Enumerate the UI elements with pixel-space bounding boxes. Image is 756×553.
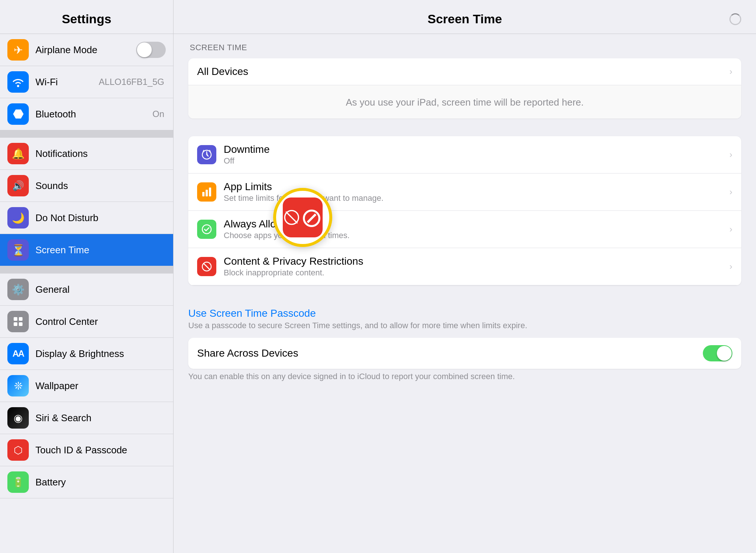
bluetooth-label: Bluetooth (35, 109, 152, 120)
no-symbol-icon (283, 198, 323, 237)
downtime-icon (197, 145, 216, 164)
sidebar-item-wifi[interactable]: Wi-Fi ALLO16FB1_5G (0, 66, 173, 98)
sidebar-item-touch-id[interactable]: ⬡ Touch ID & Passcode (0, 434, 173, 466)
bluetooth-value: On (152, 109, 164, 119)
touch-id-label: Touch ID & Passcode (35, 444, 166, 456)
sidebar-item-siri[interactable]: ◉ Siri & Search (0, 402, 173, 434)
siri-label: Siri & Search (35, 412, 166, 424)
sidebar-item-do-not-disturb[interactable]: 🌙 Do Not Disturb (0, 202, 173, 234)
screen-time-label: Screen Time (35, 244, 166, 256)
section-label: SCREEN TIME (188, 43, 247, 52)
content-privacy-chevron: › (729, 261, 732, 272)
svg-rect-6 (206, 190, 208, 196)
bluetooth-icon: ⬣ (7, 103, 29, 125)
share-across-desc: You can enable this on any device signed… (188, 372, 741, 381)
main-panel: Screen Time SCREEN TIME All Devices › As… (173, 0, 756, 553)
svg-rect-2 (14, 322, 17, 326)
general-label: General (35, 284, 166, 295)
wallpaper-label: Wallpaper (35, 380, 166, 392)
wifi-value: ALLO16FB1_5G (99, 77, 164, 87)
display-brightness-label: Display & Brightness (35, 348, 166, 360)
svg-rect-5 (202, 192, 205, 196)
sidebar-item-general[interactable]: ⚙️ General (0, 274, 173, 306)
screen-time-icon: ⏳ (7, 239, 29, 261)
passcode-link[interactable]: Use Screen Time Passcode (188, 303, 741, 321)
svg-line-10 (204, 264, 210, 269)
sidebar: Settings ✈ Airplane Mode Wi-Fi ALLO16FB1… (0, 0, 173, 553)
svg-rect-7 (209, 188, 211, 196)
all-devices-label: All Devices (197, 66, 725, 78)
downtime-item[interactable]: Downtime Off › (188, 136, 741, 174)
sidebar-item-battery[interactable]: 🔋 Battery (0, 466, 173, 498)
display-brightness-icon: AA (7, 343, 29, 364)
touch-id-icon: ⬡ (7, 439, 29, 461)
share-across-card: Share Across Devices (188, 338, 741, 369)
sidebar-item-display-brightness[interactable]: AA Display & Brightness (0, 338, 173, 370)
wifi-icon (7, 71, 29, 93)
all-devices-item[interactable]: All Devices › (188, 58, 741, 85)
notifications-label: Notifications (35, 148, 166, 159)
control-center-icon (7, 311, 29, 332)
airplane-mode-label: Airplane Mode (35, 44, 136, 56)
gear-icon[interactable] (729, 13, 741, 25)
always-allowed-item[interactable]: Always Allowed Choose apps you want at a… (188, 211, 741, 248)
sidebar-item-airplane-mode[interactable]: ✈ Airplane Mode (0, 34, 173, 66)
section-header: SCREEN TIME (188, 43, 741, 55)
content-privacy-item[interactable]: Content & Privacy Restrictions Block ina… (188, 248, 741, 285)
info-text: As you use your iPad, screen time will b… (346, 97, 584, 108)
content-privacy-icon (197, 257, 216, 276)
always-allowed-icon (197, 220, 216, 239)
control-center-label: Control Center (35, 316, 166, 327)
battery-icon: 🔋 (7, 471, 29, 493)
wifi-label: Wi-Fi (35, 76, 99, 88)
share-across-label: Share Across Devices (197, 347, 698, 359)
do-not-disturb-icon: 🌙 (7, 207, 29, 229)
sidebar-item-notifications[interactable]: 🔔 Notifications (0, 138, 173, 170)
sounds-icon: 🔊 (7, 175, 29, 196)
passcode-desc: Use a passcode to secure Screen Time set… (188, 321, 741, 330)
content-privacy-value: Block inappropriate content. (224, 268, 725, 278)
general-icon: ⚙️ (7, 279, 29, 300)
sidebar-item-bluetooth[interactable]: ⬣ Bluetooth On (0, 98, 173, 130)
app-limits-chevron: › (729, 187, 732, 197)
share-across-item[interactable]: Share Across Devices (188, 338, 741, 369)
wallpaper-icon: ❊ (7, 375, 29, 396)
downtime-label: Downtime (224, 144, 725, 155)
airplane-mode-icon: ✈ (7, 39, 29, 61)
share-across-toggle[interactable] (703, 345, 732, 361)
app-limits-item[interactable]: App Limits Set time limits for apps you … (188, 174, 741, 211)
app-limits-icon (197, 182, 216, 202)
svg-point-8 (202, 225, 211, 234)
main-header: Screen Time (173, 0, 756, 34)
svg-rect-3 (19, 322, 23, 326)
downtime-value: Off (224, 156, 725, 166)
svg-rect-0 (14, 317, 17, 321)
battery-label: Battery (35, 477, 166, 488)
info-row: As you use your iPad, screen time will b… (188, 85, 741, 118)
svg-line-12 (286, 212, 297, 223)
svg-rect-1 (19, 317, 23, 321)
features-card: Downtime Off › App Limits Set time limit… (188, 136, 741, 285)
passcode-section: Use Screen Time Passcode Use a passcode … (188, 303, 741, 330)
notifications-icon: 🔔 (7, 143, 29, 164)
siri-icon: ◉ (7, 407, 29, 429)
downtime-chevron: › (729, 150, 732, 160)
main-title: Screen Time (427, 12, 502, 26)
always-allowed-chevron: › (729, 224, 732, 234)
all-devices-card: All Devices › As you use your iPad, scre… (188, 58, 741, 118)
sidebar-item-screen-time[interactable]: ⏳ Screen Time (0, 234, 173, 266)
airplane-mode-toggle[interactable] (136, 42, 166, 58)
annotation-circle (273, 188, 332, 247)
sidebar-list: ✈ Airplane Mode Wi-Fi ALLO16FB1_5G ⬣ Blu… (0, 34, 173, 553)
all-devices-chevron: › (729, 66, 732, 77)
do-not-disturb-label: Do Not Disturb (35, 212, 166, 224)
sidebar-item-sounds[interactable]: 🔊 Sounds (0, 170, 173, 202)
sidebar-item-control-center[interactable]: Control Center (0, 306, 173, 338)
sounds-label: Sounds (35, 180, 166, 192)
sidebar-item-wallpaper[interactable]: ❊ Wallpaper (0, 370, 173, 402)
sidebar-header: Settings (0, 0, 173, 34)
sidebar-title: Settings (9, 12, 164, 26)
main-content: SCREEN TIME All Devices › As you use you… (173, 34, 756, 398)
content-privacy-label: Content & Privacy Restrictions (224, 255, 725, 267)
